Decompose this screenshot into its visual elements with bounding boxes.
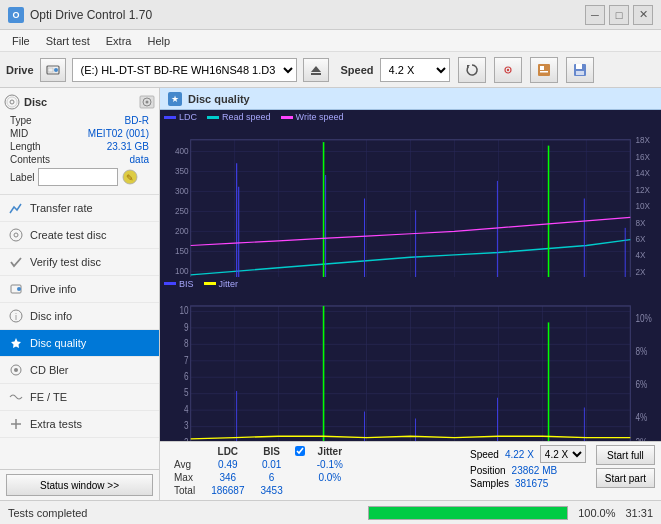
drive-info-label: Drive info — [30, 283, 76, 295]
ldc-label: LDC — [179, 112, 197, 122]
read-label: Read speed — [222, 112, 271, 122]
sidebar-item-verify-test-disc[interactable]: Verify test disc — [0, 249, 159, 276]
drive-icon-button[interactable] — [40, 58, 66, 82]
write-color — [281, 116, 293, 119]
disc-info-label: Disc info — [30, 310, 72, 322]
position-value: 23862 MB — [512, 465, 558, 476]
svg-marker-28 — [11, 338, 21, 348]
sidebar-item-disc-info[interactable]: i Disc info — [0, 303, 159, 330]
titlebar-left: O Opti Drive Control 1.70 — [8, 7, 152, 23]
menu-extra[interactable]: Extra — [98, 33, 140, 49]
disc-quality-icon — [8, 335, 24, 351]
svg-point-19 — [146, 101, 149, 104]
svg-text:400: 400 — [175, 145, 189, 156]
position-row: Position 23862 MB — [470, 465, 586, 476]
close-button[interactable]: ✕ — [633, 5, 653, 25]
refresh-button[interactable] — [458, 57, 486, 83]
verify-test-disc-label: Verify test disc — [30, 256, 101, 268]
svg-text:5: 5 — [184, 386, 189, 398]
start-part-button[interactable]: Start part — [596, 468, 655, 488]
transfer-rate-label: Transfer rate — [30, 202, 93, 214]
stats-avg-row: Avg 0.49 0.01 -0.1% — [166, 458, 351, 471]
jitter-checkbox[interactable] — [295, 446, 305, 456]
legend-read: Read speed — [207, 112, 271, 122]
speed-dropdown[interactable]: 4.2 X — [540, 445, 586, 463]
svg-text:4: 4 — [184, 402, 189, 414]
label-icon[interactable]: ✎ — [122, 169, 138, 185]
avg-empty — [291, 458, 309, 471]
eject-button[interactable] — [303, 58, 329, 82]
svg-text:6: 6 — [184, 369, 189, 381]
sidebar: Disc Type BD-R MID MEIT02 (001) Length — [0, 88, 160, 500]
svg-point-30 — [14, 368, 18, 372]
start-full-button[interactable]: Start full — [596, 445, 655, 465]
info-button[interactable] — [530, 57, 558, 83]
chart2-legend: BIS Jitter — [160, 277, 661, 291]
svg-text:6X: 6X — [635, 233, 645, 244]
disc-action-icon[interactable] — [139, 95, 155, 109]
titlebar: O Opti Drive Control 1.70 ─ □ ✕ — [0, 0, 661, 30]
disc-length-row: Length 23.31 GB — [10, 140, 149, 153]
save-button[interactable] — [566, 57, 594, 83]
menu-file[interactable]: File — [4, 33, 38, 49]
disc-section: Disc Type BD-R MID MEIT02 (001) Length — [0, 88, 159, 195]
stats-header-row: LDC BIS Jitter — [166, 445, 351, 458]
window-controls: ─ □ ✕ — [585, 5, 653, 25]
extra-tests-icon — [8, 416, 24, 432]
status-window-button[interactable]: Status window >> — [6, 474, 153, 496]
svg-text:3: 3 — [184, 419, 189, 431]
svg-text:350: 350 — [175, 165, 189, 176]
jitter-label: Jitter — [219, 279, 239, 289]
disc-type-row: Type BD-R — [10, 114, 149, 127]
disc-section-title: Disc — [24, 96, 47, 108]
svg-point-16 — [7, 97, 17, 107]
sidebar-item-drive-info[interactable]: Drive info — [0, 276, 159, 303]
sidebar-item-disc-quality[interactable]: Disc quality — [0, 330, 159, 357]
action-buttons: Start full Start part — [596, 445, 655, 488]
svg-text:150: 150 — [175, 245, 189, 256]
svg-text:2X: 2X — [635, 266, 645, 277]
speed-value: 4.22 X — [505, 449, 534, 460]
menu-start-test[interactable]: Start test — [38, 33, 98, 49]
maximize-button[interactable]: □ — [609, 5, 629, 25]
menu-help[interactable]: Help — [139, 33, 178, 49]
sidebar-item-transfer-rate[interactable]: Transfer rate — [0, 195, 159, 222]
svg-text:250: 250 — [175, 205, 189, 216]
sidebar-item-create-test-disc[interactable]: Create test disc — [0, 222, 159, 249]
sidebar-item-fe-te[interactable]: FE / TE — [0, 384, 159, 411]
th-jitter: Jitter — [309, 445, 351, 458]
minimize-button[interactable]: ─ — [585, 5, 605, 25]
create-test-disc-icon — [8, 227, 24, 243]
speed-select[interactable]: 4.2 X — [380, 58, 450, 82]
fe-te-label: FE / TE — [30, 391, 67, 403]
svg-point-23 — [14, 233, 18, 237]
disc-mid-value: MEIT02 (001) — [88, 128, 149, 139]
charts-container: LDC Read speed Write speed — [160, 110, 661, 441]
ldc-color — [164, 116, 176, 119]
sidebar-item-cd-bler[interactable]: CD Bler — [0, 357, 159, 384]
disc-label-input[interactable] — [38, 168, 118, 186]
transfer-rate-icon — [8, 200, 24, 216]
disc-info: Type BD-R MID MEIT02 (001) Length 23.31 … — [4, 112, 155, 190]
svg-text:8X: 8X — [635, 217, 645, 228]
settings-button[interactable] — [494, 57, 522, 83]
status-text: Tests completed — [8, 507, 358, 519]
svg-rect-9 — [540, 66, 544, 70]
max-empty — [291, 471, 309, 484]
svg-text:14X: 14X — [635, 168, 650, 179]
cd-bler-label: CD Bler — [30, 364, 69, 376]
svg-point-7 — [506, 68, 508, 70]
disc-contents-row: Contents data — [10, 153, 149, 166]
disc-label-row: Label ✎ — [10, 166, 149, 188]
th-bis: BIS — [253, 445, 291, 458]
svg-rect-4 — [311, 73, 321, 75]
avg-jitter: -0.1% — [309, 458, 351, 471]
write-label: Write speed — [296, 112, 344, 122]
svg-text:4X: 4X — [635, 250, 645, 261]
svg-text:16X: 16X — [635, 151, 650, 162]
disc-mid-label: MID — [10, 128, 28, 139]
svg-text:200: 200 — [175, 225, 189, 236]
bis-label: BIS — [179, 279, 194, 289]
sidebar-item-extra-tests[interactable]: Extra tests — [0, 411, 159, 438]
drive-select[interactable]: (E:) HL-DT-ST BD-RE WH16NS48 1.D3 — [72, 58, 297, 82]
